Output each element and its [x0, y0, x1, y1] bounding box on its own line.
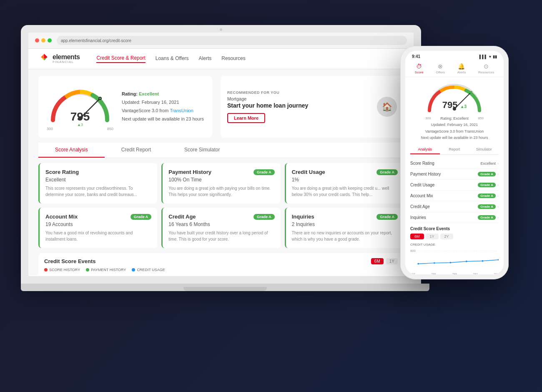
minimize-dot[interactable]: [41, 38, 45, 43]
phone-nav-resources[interactable]: ⊙ Resources: [478, 63, 494, 74]
phone-period-6m[interactable]: 6M: [410, 234, 424, 239]
phone-chart-values: 787 788 788 792 795: [410, 273, 499, 274]
browser-dots: [35, 38, 52, 43]
phone-vantage: VantageScore 3.0 from TransUnion: [410, 128, 499, 135]
phone-row-right: Excellent ›: [480, 161, 499, 166]
phone-screen: 9:41 ▌▌▌ ▾ ▮▮ ⏱ Score ⊗ Offers 🔔: [405, 51, 504, 274]
nav-loans[interactable]: Loans & Offers: [156, 55, 189, 63]
period-buttons: 6M 1Y: [371, 258, 398, 264]
phone-nav-alerts-label: Alerts: [457, 70, 466, 74]
card-title: Credit Usage: [292, 169, 325, 175]
score-info: Rating: Excellent Updated: February 16, …: [122, 90, 204, 123]
top-section: 795 ▲3 300 850 Rating:: [38, 76, 404, 138]
logo-text: elements FINANCIAL: [53, 54, 80, 64]
legend-dot-usage: [132, 268, 135, 271]
nav-alerts[interactable]: Alerts: [199, 55, 212, 63]
card-desc: This score represents your creditworthin…: [45, 185, 151, 198]
rec-type: Mortgage: [227, 96, 372, 101]
legend-credit-usage: CREDIT USAGE: [132, 268, 165, 272]
gauge-container: 795 ▲3 300 850 Rating:: [38, 76, 212, 138]
card-score-rating-header: Score Rating: [45, 169, 151, 175]
card-account-mix-header: Account Mix Grade A: [45, 214, 151, 220]
learn-more-button[interactable]: Learn More: [227, 113, 265, 123]
legend-dot-payment: [86, 268, 89, 271]
card-desc: You have a good mix of revolving account…: [45, 230, 151, 242]
legend-payment-history: PAYMENT HISTORY: [86, 268, 126, 272]
legend-payment-label: PAYMENT HISTORY: [91, 268, 126, 272]
scene: app.elementsfinancial.org/credit-score: [0, 0, 542, 392]
period-6m[interactable]: 6M: [371, 258, 384, 264]
phone-row-inquiries[interactable]: Inquiries Grade A ›: [410, 212, 499, 223]
phone-row-credit-usage[interactable]: Credit Usage Grade A ›: [410, 180, 499, 191]
grade-badge: Grade A: [253, 169, 275, 175]
phone-nav-score[interactable]: ⏱ Score: [415, 63, 424, 74]
phone-rating-text: Excellent: [480, 161, 496, 166]
phone-body: 795 ▲3 300 850 Rating: Excellent Updated…: [405, 77, 504, 274]
phone-next-update: Next update will be available in 23 hour…: [410, 135, 499, 141]
chart-val-1: 788: [431, 273, 436, 274]
card-credit-age-header: Credit Age Grade A: [168, 214, 274, 220]
close-dot[interactable]: [35, 38, 39, 43]
phone-row-payment-history[interactable]: Payment History Grade A ›: [410, 169, 499, 180]
phone-nav-alerts[interactable]: 🔔 Alerts: [457, 63, 466, 74]
logo: elements FINANCIAL: [38, 53, 80, 65]
offers-nav-icon: ⊗: [438, 63, 443, 70]
score-updated: Updated: February 16, 2021: [122, 98, 204, 107]
period-1y[interactable]: 1Y: [386, 258, 398, 264]
phone-tab-simulator[interactable]: Simulator: [469, 145, 499, 154]
phone-row-credit-age[interactable]: Credit Age Grade A ›: [410, 201, 499, 212]
battery-icon: ▮▮: [493, 55, 497, 59]
phone-nav-offers[interactable]: ⊗ Offers: [436, 63, 445, 74]
events-header: Credit Score Events 6M 1Y: [44, 258, 398, 264]
tab-credit-report[interactable]: Credit Report: [105, 143, 168, 158]
chart-val-3: 792: [473, 273, 478, 274]
events-title: Credit Score Events: [44, 258, 96, 264]
card-inquiries: Inquiries Grade A 2 Inquiries There are …: [285, 208, 404, 248]
card-credit-usage: Credit Usage Grade A 1% You are doing a …: [285, 163, 404, 204]
card-payment-history-header: Payment History Grade A: [168, 169, 274, 175]
laptop-camera: [220, 28, 222, 31]
maximize-dot[interactable]: [48, 38, 52, 43]
resources-nav-icon: ⊙: [484, 63, 489, 70]
phone-chart-area: 800 787 788 788 792: [410, 247, 499, 272]
card-account-mix: Account Mix Grade A 19 Accounts You have…: [38, 208, 157, 248]
chevron-down-icon: ›: [497, 183, 499, 187]
legend-dot-score: [44, 268, 48, 271]
chart-val-4: 795: [494, 273, 499, 274]
tab-score-simulator[interactable]: Score Simulator: [168, 143, 236, 158]
phone-tab-report[interactable]: Report: [440, 145, 469, 154]
tab-score-analysis[interactable]: Score Analysis: [38, 143, 105, 158]
url-bar[interactable]: app.elementsfinancial.org/credit-score: [57, 36, 407, 45]
phone-tab-analysis[interactable]: Analysis: [410, 145, 440, 154]
tabs-bar: Score Analysis Credit Report Score Simul…: [38, 143, 404, 158]
chart-legend: SCORE HISTORY PAYMENT HISTORY CREDIT USA…: [44, 268, 398, 272]
nav-resources[interactable]: Resources: [221, 55, 245, 63]
phone-row-label: Inquiries: [410, 215, 426, 220]
card-title: Payment History: [168, 169, 211, 175]
card-score-rating: Score Rating Excellent This score repres…: [38, 163, 157, 204]
phone-events-title: Credit Score Events: [410, 226, 499, 231]
chevron-down-icon: ›: [497, 161, 499, 166]
card-payment-history: Payment History Grade A 100% On Time You…: [161, 163, 280, 204]
phone-row-account-mix[interactable]: Account Mix Grade A ›: [410, 191, 499, 201]
card-desc: There are no new inquiries or accounts o…: [292, 230, 398, 242]
svg-point-19: [498, 259, 499, 261]
phone-row-score-rating[interactable]: Score Rating Excellent ›: [410, 158, 499, 169]
chevron-down-icon: ›: [497, 172, 499, 176]
wifi-icon: ▾: [489, 55, 491, 59]
gauge-max: 850: [107, 127, 113, 131]
svg-point-11: [470, 91, 472, 93]
grade-badge: Grade A: [253, 214, 275, 220]
nav-credit-score[interactable]: Credit Score & Report: [96, 55, 145, 63]
svg-point-17: [466, 261, 467, 262]
phone-period-1y[interactable]: 1Y: [426, 234, 439, 239]
card-subtitle: 1%: [292, 177, 398, 183]
card-desc: You have built your credit history over …: [168, 230, 274, 242]
grade-badge: Grade A: [130, 214, 152, 220]
phone-row-right: Grade A ›: [478, 204, 499, 209]
phone-nav: ⏱ Score ⊗ Offers 🔔 Alerts ⊙ Resources: [405, 60, 504, 77]
main-content: 795 ▲3 300 850 Rating:: [28, 69, 414, 275]
phone-nav-score-label: Score: [415, 70, 424, 74]
phone-period-2y[interactable]: 2Y: [440, 234, 453, 239]
phone-nav-resources-label: Resources: [478, 70, 494, 74]
